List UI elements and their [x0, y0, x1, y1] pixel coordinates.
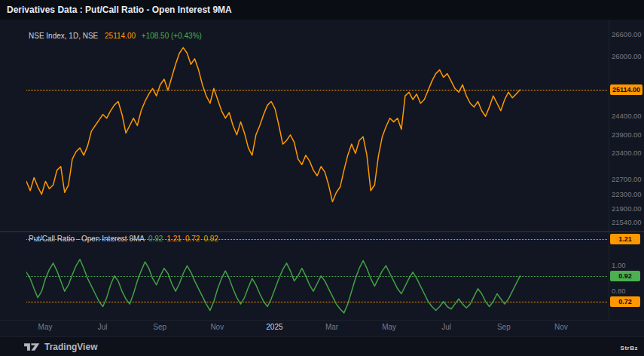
price-badge: 0.72 [610, 296, 640, 307]
pcr-legend-value: 1.21 [166, 235, 181, 243]
time-axis-label: Nov [554, 323, 568, 331]
pcr-legend-value: 0.92 [203, 235, 218, 243]
watermark: StrBz [621, 345, 638, 351]
price-axis-label: 21540.00 [612, 219, 643, 226]
time-axis-label: 2025 [266, 323, 282, 331]
pcr-legend-value: 0.72 [185, 235, 200, 243]
symbol-label: NSE Index, 1D, NSE [29, 32, 98, 40]
price-axis-label: 24400.00 [612, 112, 643, 120]
tradingview-logo[interactable]: TradingView [24, 342, 97, 352]
price-badge: 0.92 [610, 271, 640, 281]
pcr-chart[interactable] [26, 234, 607, 317]
pcr-legend-value: 0.92 [148, 235, 163, 243]
pcr-legend[interactable]: Put/Call Ratio - Open Interest 9MA0.921.… [29, 235, 218, 243]
price-axis-label: 22300.00 [612, 191, 643, 198]
price-axis-label: 22700.00 [612, 176, 643, 183]
price-axis-label: 23400.00 [612, 149, 643, 157]
indicator-title: Put/Call Ratio - Open Interest 9MA [29, 235, 145, 243]
tradingview-logo-text: TradingView [44, 342, 97, 352]
price-badge: 1.21 [610, 234, 640, 244]
price-axis-label: 26600.00 [612, 31, 643, 38]
page-title: Derivatives Data : Put/Call Ratio - Open… [0, 0, 644, 20]
axis-divider [609, 20, 609, 320]
time-axis[interactable]: MayJulSepNov2025MarMayJulSepNov [0, 320, 644, 336]
time-axis-label: Jul [441, 323, 451, 331]
time-axis-label: Jul [98, 323, 108, 331]
price-axis-label: 23900.00 [612, 131, 643, 139]
time-axis-label: Sep [497, 323, 511, 331]
time-axis-label: May [382, 323, 396, 331]
time-axis-label: May [38, 323, 53, 331]
chart-panel[interactable]: NSE Index, 1D, NSE 25114.00 +108.50 (+0.… [0, 20, 644, 336]
bottom-toolbar: TradingView StrBz [0, 336, 644, 356]
price-axis-label: 0.80 [612, 287, 643, 295]
main-legend[interactable]: NSE Index, 1D, NSE 25114.00 +108.50 (+0.… [29, 32, 202, 40]
price-chart[interactable] [26, 27, 607, 226]
time-axis-label: Mar [325, 323, 338, 331]
price-change-value: +108.50 (+0.43%) [142, 32, 202, 40]
time-axis-label: Nov [210, 323, 224, 331]
price-axis-label: 26000.00 [612, 53, 643, 60]
price-badge: 25114.00 [610, 84, 642, 95]
pane-separator[interactable] [0, 231, 644, 232]
tradingview-logo-icon [24, 342, 41, 352]
tradingview-chart-window: Derivatives Data : Put/Call Ratio - Open… [0, 0, 644, 356]
time-axis-label: Sep [153, 323, 166, 331]
price-axis-label: 1.00 [612, 262, 643, 269]
price-axis-label: 21900.00 [612, 205, 643, 213]
last-price-value: 25114.00 [105, 32, 136, 40]
